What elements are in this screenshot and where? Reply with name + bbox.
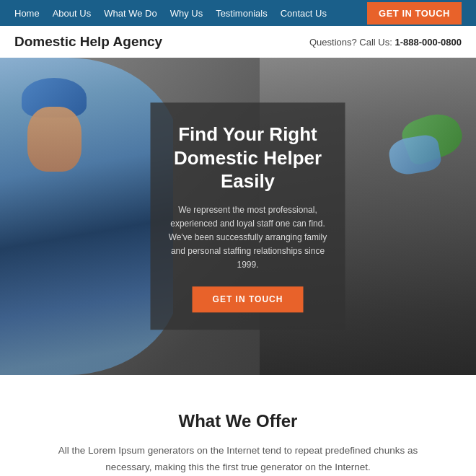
contact-prefix: Questions? Call Us:	[309, 37, 395, 48]
hero-description: We represent the most professional, expe…	[168, 203, 328, 273]
offer-body: All the Lorem Ipsum generators on the In…	[58, 443, 418, 476]
nav-link-contact[interactable]: Contact Us	[281, 8, 327, 19]
nav-link-testimonials[interactable]: Testimonials	[216, 8, 268, 19]
offer-section: What We Offer All the Lorem Ipsum genera…	[0, 375, 476, 476]
nav-links: Home About Us What We Do Why Us Testimon…	[14, 6, 327, 19]
nav-link-why[interactable]: Why Us	[170, 8, 203, 19]
nav-item-what[interactable]: What We Do	[104, 6, 157, 19]
nav-link-what[interactable]: What We Do	[104, 8, 157, 19]
hero-person-image	[0, 58, 173, 375]
nav-link-home[interactable]: Home	[14, 8, 40, 19]
hero-title: Find Your Right Domestic Helper Easily	[168, 123, 328, 193]
nav-item-testimonials[interactable]: Testimonials	[216, 6, 268, 19]
nav-item-contact[interactable]: Contact Us	[281, 6, 327, 19]
nav-item-about[interactable]: About Us	[53, 6, 91, 19]
contact-info: Questions? Call Us: 1-888-000-0800	[309, 37, 462, 48]
nav-link-about[interactable]: About Us	[53, 8, 91, 19]
hero-section: Find Your Right Domestic Helper Easily W…	[0, 58, 476, 375]
header-bar: Domestic Help Agency Questions? Call Us:…	[0, 26, 476, 58]
nav-get-in-touch-button[interactable]: GET IN TOUCH	[367, 2, 462, 25]
nav-item-why[interactable]: Why Us	[170, 6, 203, 19]
navbar: Home About Us What We Do Why Us Testimon…	[0, 0, 476, 26]
brand-name: Domestic Help Agency	[14, 34, 162, 50]
hero-cta-button[interactable]: GET IN TOUCH	[193, 287, 304, 313]
nav-item-home[interactable]: Home	[14, 6, 40, 19]
offer-heading: What We Offer	[43, 411, 433, 431]
hero-overlay: Find Your Right Domestic Helper Easily W…	[151, 102, 345, 330]
phone-number: 1-888-000-0800	[395, 37, 462, 48]
